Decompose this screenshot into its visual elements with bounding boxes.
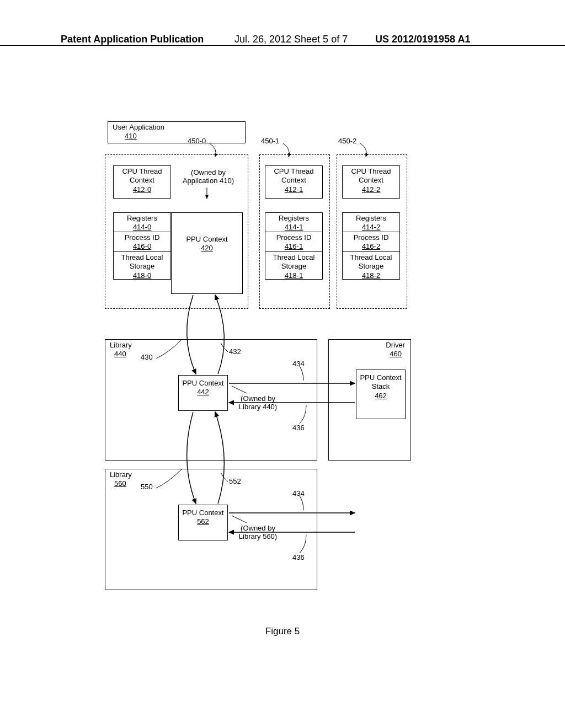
reg0-n: 414-0 (133, 223, 151, 231)
reg0-t: Registers (127, 214, 157, 222)
ctx0-n: 412-0 (133, 185, 151, 194)
cpu-thread-context-0: CPU Thread Context 412-0 (113, 165, 171, 199)
tls0-t: Thread Local Storage (121, 253, 163, 270)
tls1-n: 418-1 (285, 271, 303, 280)
ppu420-n: 420 (201, 244, 213, 252)
ctx0-t: CPU Thread Context (122, 167, 162, 184)
ctx1-t: CPU Thread Context (274, 167, 313, 184)
pid2-n: 416-2 (362, 242, 380, 250)
ppu562-n: 562 (197, 517, 209, 526)
ppu-context-stack-462: PPU Context Stack 462 (356, 370, 406, 419)
process-id-1: Process ID 416-1 (265, 232, 323, 252)
ppu420-t: PPU Context (186, 235, 227, 243)
ppu442-t: PPU Context (182, 379, 223, 387)
pid1-n: 416-1 (285, 242, 303, 250)
header-right: US 2012/0191958 A1 (375, 34, 470, 45)
stack-n: 462 (375, 392, 387, 400)
reg1-n: 414-1 (285, 223, 303, 231)
ctx1-n: 412-1 (285, 185, 303, 194)
stack-t: PPU Context Stack (360, 373, 401, 390)
process-id-0: Process ID 416-0 (113, 232, 171, 252)
header-left: Patent Application Publication (61, 34, 204, 45)
label-552: 552 (229, 477, 241, 485)
lib440-n: 440 (110, 350, 126, 358)
label-430: 430 (141, 353, 153, 361)
driver-n: 460 (390, 350, 405, 358)
reg2-n: 414-2 (362, 223, 380, 231)
process-id-2: Process ID 416-2 (342, 232, 400, 252)
label-436b: 436 (292, 553, 305, 561)
tls-1: Thread Local Storage 418-1 (265, 252, 323, 280)
user-application-box: User Application 410 (108, 121, 246, 143)
app-title: User Application (113, 123, 164, 131)
diagram-canvas: User Application 410 450-0 450-1 450-2 C… (108, 121, 455, 601)
cpu-thread-context-2: CPU Thread Context 412-2 (342, 165, 400, 199)
ctx2-t: CPU Thread Context (351, 167, 391, 184)
registers-0: Registers 414-0 (113, 212, 171, 232)
registers-1: Registers 414-1 (265, 212, 323, 232)
lib560-n: 560 (110, 479, 126, 488)
label-432: 432 (229, 347, 241, 356)
reg1-t: Registers (279, 214, 309, 222)
tls1-t: Thread Local Storage (273, 253, 315, 270)
ctx2-n: 412-2 (362, 185, 380, 194)
ppu562-t: PPU Context (182, 508, 223, 517)
tls-2: Thread Local Storage 418-2 (342, 252, 400, 280)
driver-t: Driver (386, 341, 405, 349)
ppu-context-442: PPU Context 442 (178, 375, 228, 411)
owned-by-lib560: (Owned by Library 560) (232, 524, 284, 540)
reg2-t: Registers (356, 214, 386, 222)
pid1-t: Process ID (276, 233, 312, 242)
tls2-t: Thread Local Storage (350, 253, 392, 270)
tls2-n: 418-2 (362, 271, 380, 280)
label-434b: 434 (292, 489, 305, 497)
figure-caption: Figure 5 (0, 626, 565, 637)
lib440-t: Library (110, 341, 132, 349)
cpu-thread-context-1: CPU Thread Context 412-1 (265, 165, 323, 199)
owned-by-lib440: (Owned by Library 440) (232, 394, 284, 411)
label-550: 550 (141, 483, 153, 491)
label-450-1: 450-1 (261, 137, 279, 145)
ppu-context-562: PPU Context 562 (178, 505, 228, 540)
registers-2: Registers 414-2 (342, 212, 400, 232)
label-436a: 436 (292, 424, 305, 432)
ppu-context-420: PPU Context 420 (171, 212, 243, 294)
app-num: 410 (113, 132, 137, 140)
pid2-t: Process ID (354, 233, 389, 242)
ppu442-n: 442 (197, 388, 209, 396)
pid0-n: 416-0 (133, 242, 151, 250)
tls0-n: 418-0 (133, 271, 151, 280)
label-450-2: 450-2 (338, 137, 356, 145)
lib560-t: Library (110, 470, 132, 479)
owned-by-app-410: (Owned by Application 410) (177, 168, 240, 185)
header-mid: Jul. 26, 2012 Sheet 5 of 7 (234, 34, 348, 45)
label-434a: 434 (292, 360, 305, 368)
tls-0: Thread Local Storage 418-0 (113, 252, 171, 280)
pid0-t: Process ID (125, 233, 160, 242)
label-450-0: 450-0 (188, 137, 206, 145)
